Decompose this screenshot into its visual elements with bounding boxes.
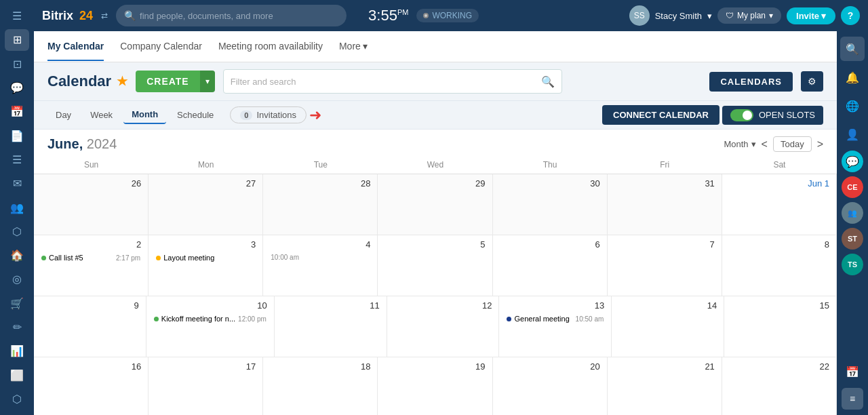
sidebar-chat[interactable]: 💬 — [5, 77, 29, 98]
sidebar-projects[interactable]: ✏ — [5, 317, 29, 338]
event-kickoff[interactable]: Kickoff meeting for n... 12:00 pm — [151, 313, 270, 324]
calendar-cell-jun6[interactable]: 6 — [493, 235, 608, 296]
invitations-button[interactable]: 0 Invitations — [230, 106, 307, 123]
calendar-cell-may26[interactable]: 26 — [34, 174, 149, 235]
sidebar-analytics[interactable]: 📊 — [5, 340, 29, 361]
calendar-cell-jun14[interactable]: 14 — [612, 296, 724, 357]
calendar-cell-jun20[interactable]: 20 — [493, 357, 608, 415]
calendar-cell-may27[interactable]: 27 — [149, 174, 263, 235]
calendar-cell-jun22[interactable]: 22 — [722, 357, 837, 415]
search-bar[interactable]: 🔍 — [116, 5, 347, 26]
event-jun4[interactable]: 10:00 am — [267, 252, 373, 262]
calendar-cell-jun7[interactable]: 7 — [608, 235, 722, 296]
calendar-cell-jun9[interactable]: 9 — [34, 296, 146, 357]
next-month-button[interactable]: > — [817, 138, 823, 151]
tab-more[interactable]: More ▾ — [339, 33, 368, 61]
calendar-cell-jun13[interactable]: 13 General meeting 10:50 am — [499, 296, 612, 357]
calendar-cell-jun5[interactable]: 5 — [378, 235, 492, 296]
my-plan-button[interactable]: 🛡 My plan ▾ — [717, 7, 781, 24]
event-layout-meeting[interactable]: Layout meeting — [153, 252, 258, 263]
calendar-cell-may29[interactable]: 29 — [378, 174, 492, 235]
calendar-cell-jun18[interactable]: 18 — [263, 357, 378, 415]
cell-date: 21 — [612, 360, 717, 373]
sidebar-mail[interactable]: ✉ — [5, 173, 29, 194]
calendars-button[interactable]: CALENDARS — [709, 72, 793, 92]
calendar-cell-jun4[interactable]: 4 10:00 am — [263, 235, 378, 296]
calendar-cell-may28[interactable]: 28 — [263, 174, 378, 235]
sidebar-hamburger[interactable]: ☰ — [5, 5, 29, 26]
working-status[interactable]: WORKING — [416, 9, 479, 22]
sidebar-crm[interactable]: ⬡ — [5, 221, 29, 242]
sidebar-inventory[interactable]: ⬜ — [5, 364, 29, 385]
filter-input[interactable] — [231, 77, 541, 87]
sidebar-sites[interactable]: 🏠 — [5, 245, 29, 266]
help-button[interactable]: ? — [841, 6, 860, 25]
help-label: ? — [848, 10, 854, 21]
chat-bubble[interactable]: 💬 — [842, 151, 863, 172]
create-dropdown-button[interactable]: ▾ — [200, 71, 215, 92]
settings-button[interactable]: ⚙ — [801, 71, 823, 92]
calendar-cell-may30[interactable]: 30 — [493, 174, 608, 235]
user-info[interactable]: SS Stacy Smith ▾ — [629, 5, 712, 26]
calendar-cell-jun8[interactable]: 8 — [722, 235, 837, 296]
rs-person-icon[interactable]: 👤 — [840, 122, 865, 146]
my-plan-label: My plan — [737, 11, 766, 20]
rs-search-icon[interactable]: 🔍 — [840, 37, 865, 61]
day-header-tue: Tue — [263, 156, 378, 174]
event-general-meeting[interactable]: General meeting 10:50 am — [503, 313, 607, 324]
sidebar-tasks[interactable]: ☰ — [5, 149, 29, 170]
month-nav: Month ▾ < Today > — [724, 136, 823, 152]
calendar-grid-week2: 2 Call list #5 2:17 pm 3 Layout meeting — [34, 235, 837, 296]
sidebar-shop[interactable]: 🛒 — [5, 293, 29, 314]
sidebar-contacts[interactable]: 👥 — [5, 197, 29, 218]
cell-date: 6 — [497, 238, 603, 251]
calendar-cell-jun16[interactable]: 16 — [34, 357, 149, 415]
view-week-button[interactable]: Week — [82, 106, 121, 123]
calendar-cell-jun1[interactable]: Jun 1 — [722, 174, 837, 235]
search-input[interactable] — [140, 11, 338, 21]
today-button[interactable]: Today — [773, 136, 812, 152]
rs-notifications-icon[interactable]: 🔔 — [840, 65, 865, 90]
sidebar-docs[interactable]: 📄 — [5, 125, 29, 146]
avatar-group[interactable]: 👥 — [842, 202, 863, 224]
open-slots-toggle[interactable]: OPEN SLOTS — [722, 106, 823, 125]
event-call-list[interactable]: Call list #5 2:17 pm — [38, 252, 144, 263]
calendar-cell-jun17[interactable]: 17 — [149, 357, 263, 415]
calendar-cell-jun11[interactable]: 11 — [275, 296, 387, 357]
view-schedule-button[interactable]: Schedule — [169, 106, 222, 123]
rs-calendar-check-icon[interactable]: 📅 — [840, 359, 865, 384]
connect-calendar-button[interactable]: CONNECT CALENDAR — [602, 105, 719, 125]
tab-meeting-room[interactable]: Meeting room availability — [218, 33, 323, 61]
calendar-cell-jun12[interactable]: 12 — [387, 296, 500, 357]
tab-company-calendar[interactable]: Company Calendar — [120, 33, 202, 61]
month-dropdown[interactable]: Month ▾ — [724, 139, 755, 149]
star-icon[interactable]: ★ — [117, 74, 127, 89]
avatar-st[interactable]: ST — [842, 228, 863, 250]
chevron-down-icon: ▾ — [363, 41, 368, 52]
calendar-cell-jun19[interactable]: 19 — [378, 357, 492, 415]
calendar-cell-jun15[interactable]: 15 — [724, 296, 837, 357]
sidebar-marketing[interactable]: ◎ — [5, 269, 29, 290]
avatar-ce[interactable]: CE — [842, 176, 863, 198]
calendar-cell-may31[interactable]: 31 — [608, 174, 722, 235]
view-month-button[interactable]: Month — [123, 106, 166, 124]
calendar-cell-jun21[interactable]: 21 — [608, 357, 722, 415]
sidebar-home[interactable]: ⊞ — [5, 29, 29, 50]
view-day-button[interactable]: Day — [47, 106, 79, 123]
tab-my-calendar[interactable]: My Calendar — [47, 33, 104, 61]
filter-search-bar[interactable]: 🔍 — [223, 69, 562, 94]
calendar-cell-jun3[interactable]: 3 Layout meeting — [149, 235, 263, 296]
create-button[interactable]: CREATE — [136, 71, 200, 92]
day-headers: Sun Mon Tue Wed Thu Fri Sat — [34, 156, 837, 174]
sidebar-apps[interactable]: ⬡ — [5, 389, 29, 410]
prev-month-button[interactable]: < — [762, 138, 768, 151]
invite-button[interactable]: Invite ▾ — [787, 7, 835, 24]
calendar-area: My Calendar Company Calendar Meeting roo… — [34, 31, 837, 415]
sidebar-activity[interactable]: ⊡ — [5, 54, 29, 75]
list-view-button[interactable]: ≡ — [842, 388, 863, 410]
sidebar-calendar[interactable]: 📅 — [5, 101, 29, 122]
avatar-ts[interactable]: TS — [842, 254, 863, 275]
rs-globe-icon[interactable]: 🌐 — [840, 94, 865, 118]
calendar-cell-jun10[interactable]: 10 Kickoff meeting for n... 12:00 pm — [146, 296, 275, 357]
calendar-cell-jun2[interactable]: 2 Call list #5 2:17 pm — [34, 235, 149, 296]
